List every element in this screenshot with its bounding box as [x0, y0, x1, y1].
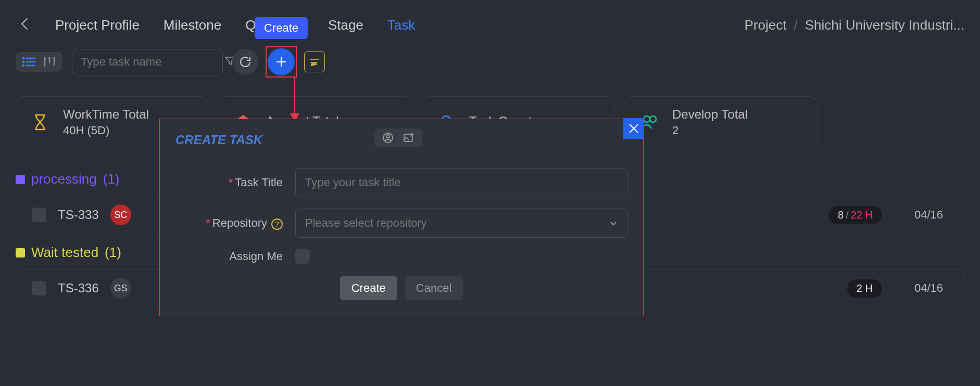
- nav-tab-project-profile[interactable]: Project Profile: [55, 15, 140, 35]
- kanban-view-icon[interactable]: [43, 56, 56, 68]
- back-button[interactable]: [16, 12, 33, 38]
- modal-create-button[interactable]: Create: [340, 276, 397, 300]
- modal-cancel-button[interactable]: Cancel: [405, 276, 463, 300]
- group-count: (1): [105, 245, 121, 261]
- task-search-input[interactable]: [81, 55, 224, 69]
- create-button-wrapper: Create: [268, 48, 295, 75]
- create-task-modal: CREATE TASK *Task Title *Repository? Ple…: [159, 119, 644, 316]
- hours-badge: 8 / 22 H: [828, 206, 882, 224]
- refresh-button[interactable]: [232, 49, 258, 75]
- task-checkbox[interactable]: [32, 208, 46, 222]
- chevron-down-icon: [609, 219, 618, 227]
- list-view-icon[interactable]: [22, 56, 36, 68]
- task-id: TS-336: [58, 281, 99, 295]
- assignee-avatar[interactable]: SC: [110, 204, 131, 225]
- hours-badge: 2 H: [847, 279, 882, 298]
- annotation-arrow: [294, 77, 295, 120]
- assignee-avatar-extra: [805, 204, 817, 225]
- nav-tab-task[interactable]: Task: [387, 15, 415, 35]
- svg-point-18: [650, 116, 656, 122]
- attach-image-icon[interactable]: [403, 132, 415, 144]
- status-color: [16, 248, 25, 258]
- assign-me-label: Assign Me: [175, 250, 295, 263]
- task-date: 04/16: [914, 208, 943, 222]
- svg-point-22: [386, 135, 390, 138]
- nav-tab-stage[interactable]: Stage: [328, 15, 363, 35]
- top-navigation: Project Profile Milestone Quotation Stag…: [0, 0, 980, 48]
- group-label: Wait tested: [31, 245, 98, 261]
- task-id: TS-333: [58, 208, 99, 222]
- task-title-input[interactable]: [295, 168, 627, 197]
- toolbar: Create x=: [0, 48, 980, 75]
- modal-footer: Create Cancel: [175, 276, 627, 300]
- breadcrumb-root[interactable]: Project: [745, 17, 787, 33]
- create-tooltip: Create: [255, 17, 308, 39]
- view-toggle: [16, 52, 62, 72]
- modal-close-button[interactable]: [623, 118, 644, 139]
- repository-select[interactable]: Please select repository: [295, 209, 627, 238]
- repository-label: *Repository?: [175, 216, 295, 230]
- calculator-button[interactable]: x=: [304, 52, 325, 72]
- create-task-button[interactable]: [268, 48, 295, 75]
- task-checkbox[interactable]: [32, 281, 46, 295]
- relate-user-icon[interactable]: [382, 132, 394, 144]
- help-icon[interactable]: ?: [271, 218, 283, 230]
- stat-label: Develop Total: [672, 107, 748, 122]
- task-date: 04/16: [914, 281, 943, 295]
- breadcrumb: Project / Shichi University Industri...: [745, 17, 964, 33]
- svg-point-17: [644, 116, 650, 122]
- hourglass-icon: [30, 112, 51, 133]
- task-search[interactable]: [72, 49, 223, 75]
- breadcrumb-separator: /: [794, 17, 797, 33]
- task-title-label: *Task Title: [175, 176, 295, 189]
- svg-text:x=: x=: [311, 61, 317, 67]
- stat-develop: Develop Total 2: [625, 96, 818, 148]
- modal-form: *Task Title *Repository? Please select r…: [175, 168, 627, 264]
- modal-top-actions: [374, 128, 422, 147]
- svg-point-4: [22, 65, 24, 67]
- stat-value: 40H (5D): [63, 124, 149, 137]
- assignee-avatar[interactable]: GS: [110, 278, 131, 299]
- stat-value: 2: [672, 124, 748, 137]
- stat-label: WorkTime Total: [63, 107, 149, 122]
- group-label: processing: [31, 171, 97, 187]
- svg-point-2: [22, 61, 24, 63]
- group-count: (1): [103, 171, 120, 187]
- breadcrumb-current: Shichi University Industri...: [805, 17, 964, 33]
- svg-point-0: [22, 57, 24, 59]
- nav-tab-milestone[interactable]: Milestone: [164, 15, 221, 35]
- status-color: [16, 175, 25, 184]
- assign-me-checkbox[interactable]: [295, 249, 310, 264]
